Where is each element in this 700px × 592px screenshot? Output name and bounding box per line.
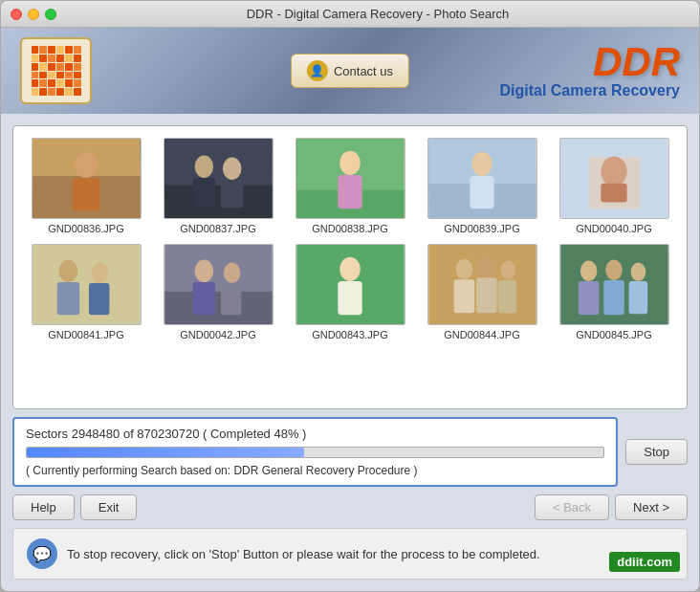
logo-cell: [65, 46, 73, 54]
minimize-button[interactable]: [28, 9, 39, 20]
list-item[interactable]: GND00838.JPG: [289, 138, 411, 234]
svg-rect-40: [476, 277, 496, 313]
svg-rect-3: [72, 178, 99, 210]
exit-button[interactable]: Exit: [80, 494, 138, 520]
app-header: 👤 Contact us DDR Digital Camera Recovery: [1, 28, 699, 114]
photo-thumbnail: [32, 244, 142, 325]
logo-cell: [32, 79, 39, 87]
logo-cell: [65, 72, 73, 79]
list-item[interactable]: GND00843.JPG: [289, 244, 411, 340]
photo-filename: GND00042.JPG: [180, 329, 255, 340]
svg-point-41: [500, 261, 515, 280]
help-button[interactable]: Help: [12, 494, 75, 520]
app-window: DDR - Digital Camera Recovery - Photo Se…: [0, 0, 700, 592]
logo-cell: [74, 72, 81, 79]
logo-cell: [74, 88, 81, 96]
next-button[interactable]: Next >: [615, 494, 688, 520]
svg-point-37: [455, 259, 472, 279]
svg-point-34: [339, 257, 360, 281]
app-logo: [20, 37, 92, 104]
progress-bar-fill: [27, 448, 304, 457]
back-button[interactable]: < Back: [535, 494, 609, 520]
svg-rect-38: [453, 279, 473, 313]
svg-rect-17: [470, 176, 493, 208]
info-text: To stop recovery, click on 'Stop' Button…: [67, 547, 540, 561]
logo-cell: [56, 46, 64, 54]
titlebar: DDR - Digital Camera Recovery - Photo Se…: [1, 1, 699, 28]
svg-point-23: [58, 260, 77, 282]
logo-cell: [48, 79, 55, 87]
svg-point-44: [580, 261, 597, 281]
main-content: GND00836.JPG GND00837.JPG: [1, 114, 699, 591]
stop-button[interactable]: Stop: [625, 439, 688, 465]
contact-us-button[interactable]: 👤 Contact us: [291, 54, 409, 88]
svg-rect-13: [338, 175, 361, 208]
list-item[interactable]: GND00844.JPG: [421, 244, 543, 340]
svg-point-16: [471, 152, 492, 176]
logo-cell: [48, 72, 55, 79]
info-icon: 💬: [27, 538, 57, 569]
list-item[interactable]: GND00845.JPG: [553, 244, 675, 340]
photo-thumbnail: [32, 138, 142, 219]
photo-thumbnail: [559, 138, 669, 219]
info-bar: 💬 To stop recovery, click on 'Stop' Butt…: [12, 528, 688, 580]
photo-filename: GND00838.JPG: [312, 223, 387, 234]
svg-point-12: [339, 151, 360, 175]
logo-cell: [32, 88, 39, 96]
list-item[interactable]: GND00839.JPG: [421, 138, 543, 234]
svg-rect-22: [33, 245, 140, 324]
list-item[interactable]: GND00837.JPG: [157, 138, 279, 234]
progress-message: ( Currently performing Search based on: …: [26, 464, 604, 477]
logo-cell: [74, 46, 81, 54]
watermark: ddiit.com: [609, 552, 680, 572]
brand-title: DDR: [499, 42, 680, 82]
svg-point-31: [223, 263, 240, 283]
logo-cell: [74, 63, 81, 71]
maximize-button[interactable]: [45, 9, 56, 20]
svg-rect-47: [603, 280, 623, 315]
list-item[interactable]: GND00042.JPG: [157, 244, 279, 340]
photo-thumbnail: [559, 244, 669, 325]
logo-cell: [39, 46, 47, 54]
photo-filename: GND00836.JPG: [48, 223, 123, 234]
logo-cell: [65, 55, 73, 62]
photo-filename: GND00837.JPG: [180, 223, 255, 234]
logo-cell: [39, 79, 47, 87]
svg-rect-28: [164, 292, 272, 324]
logo-cell: [56, 88, 64, 96]
photo-filename: GND00845.JPG: [576, 329, 651, 340]
svg-rect-26: [88, 283, 108, 315]
logo-cell: [74, 55, 81, 62]
logo-cell: [56, 79, 64, 87]
logo-grid: [32, 46, 81, 96]
close-button[interactable]: [11, 9, 22, 20]
svg-point-8: [222, 158, 241, 180]
list-item[interactable]: GND00040.JPG: [553, 138, 675, 234]
svg-point-39: [478, 257, 495, 277]
logo-cell: [39, 88, 47, 96]
navigation-buttons: Help Exit < Back Next >: [12, 494, 688, 520]
svg-rect-24: [56, 282, 78, 315]
logo-cell: [65, 88, 73, 96]
logo-cell: [65, 63, 73, 71]
photo-filename: GND00839.JPG: [444, 223, 519, 234]
logo-cell: [56, 63, 64, 71]
photo-filename: GND00841.JPG: [48, 329, 123, 340]
svg-point-25: [91, 263, 108, 283]
svg-rect-7: [192, 178, 214, 208]
photo-filename: GND00040.JPG: [576, 223, 651, 234]
logo-cell: [32, 46, 39, 54]
list-item[interactable]: GND00841.JPG: [25, 244, 147, 340]
list-item[interactable]: GND00836.JPG: [25, 138, 147, 234]
photo-filename: GND00843.JPG: [312, 329, 387, 340]
window-title: DDR - Digital Camera Recovery - Photo Se…: [66, 7, 689, 21]
svg-point-46: [605, 260, 623, 280]
svg-rect-9: [220, 180, 242, 208]
logo-cell: [32, 63, 39, 71]
photo-thumbnail: [295, 138, 405, 219]
logo-cell: [48, 88, 55, 96]
progress-section: Sectors 2948480 of 870230720 ( Completed…: [12, 417, 688, 487]
brand-area: DDR Digital Camera Recovery: [499, 42, 680, 99]
logo-cell: [56, 55, 64, 62]
svg-rect-30: [192, 282, 214, 315]
